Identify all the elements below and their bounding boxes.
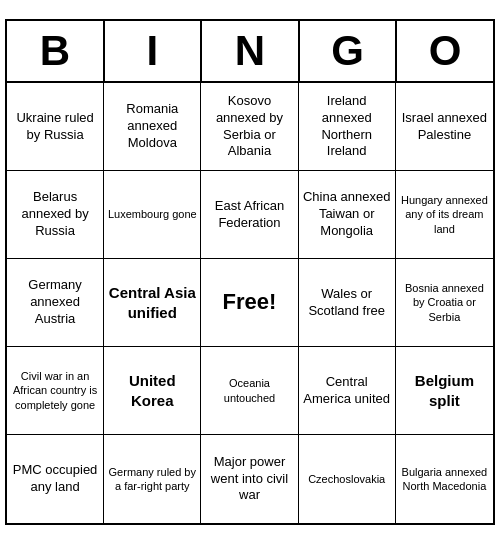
bingo-cell-22: Major power went into civil war [201,435,298,523]
bingo-cell-20: PMC occupied any land [7,435,104,523]
bingo-cell-15: Civil war in an African country is compl… [7,347,104,435]
bingo-cell-14: Bosnia annexed by Croatia or Serbia [396,259,493,347]
bingo-cell-23: Czechoslovakia [299,435,396,523]
bingo-cell-13: Wales or Scotland free [299,259,396,347]
bingo-cell-11: Central Asia unified [104,259,201,347]
bingo-cell-19: Belgium split [396,347,493,435]
bingo-cell-9: Hungary annexed any of its dream land [396,171,493,259]
header-letter-i: I [105,21,203,81]
header-letter-b: B [7,21,105,81]
bingo-cell-5: Belarus annexed by Russia [7,171,104,259]
bingo-cell-10: Germany annexed Austria [7,259,104,347]
bingo-grid: Ukraine ruled by RussiaRomania annexed M… [7,83,493,523]
bingo-card: BINGO Ukraine ruled by RussiaRomania ann… [5,19,495,525]
bingo-cell-0: Ukraine ruled by Russia [7,83,104,171]
bingo-cell-24: Bulgaria annexed North Macedonia [396,435,493,523]
bingo-cell-12: Free! [201,259,298,347]
bingo-cell-1: Romania annexed Moldova [104,83,201,171]
bingo-cell-16: United Korea [104,347,201,435]
bingo-cell-17: Oceania untouched [201,347,298,435]
bingo-cell-7: East African Federation [201,171,298,259]
bingo-header: BINGO [7,21,493,83]
header-letter-g: G [300,21,398,81]
bingo-cell-8: China annexed Taiwan or Mongolia [299,171,396,259]
bingo-cell-4: Israel annexed Palestine [396,83,493,171]
header-letter-n: N [202,21,300,81]
bingo-cell-6: Luxembourg gone [104,171,201,259]
bingo-cell-3: Ireland annexed Northern Ireland [299,83,396,171]
bingo-cell-18: Central America united [299,347,396,435]
header-letter-o: O [397,21,493,81]
bingo-cell-21: Germany ruled by a far-right party [104,435,201,523]
bingo-cell-2: Kosovo annexed by Serbia or Albania [201,83,298,171]
